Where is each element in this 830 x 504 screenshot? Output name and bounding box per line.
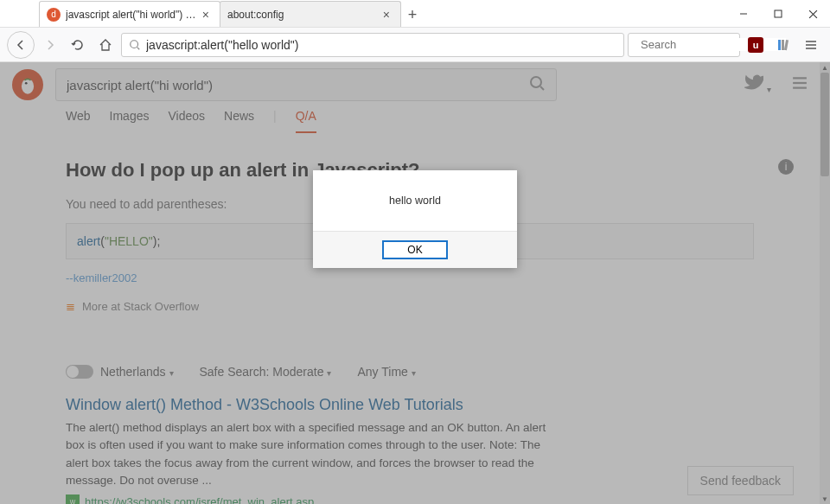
search-bar[interactable] — [628, 33, 740, 57]
duckduckgo-favicon: d — [47, 8, 61, 22]
modal-backdrop — [0, 62, 830, 504]
reload-button[interactable] — [66, 33, 90, 57]
url-bar[interactable] — [121, 33, 624, 57]
tab-strip: d javascript alert("hi world") at D × ab… — [0, 0, 830, 28]
browser-tab-active[interactable]: d javascript alert("hi world") at D × — [39, 1, 220, 27]
browser-tab[interactable]: about:config × — [220, 1, 401, 27]
alert-dialog: hello world OK — [313, 170, 517, 268]
search-icon — [129, 39, 141, 51]
tab-title: javascript alert("hi world") at D — [66, 9, 199, 21]
forward-button[interactable] — [38, 33, 62, 57]
back-button[interactable] — [7, 31, 35, 59]
new-tab-button[interactable]: + — [400, 3, 425, 27]
url-input[interactable] — [146, 38, 616, 52]
window-controls — [726, 0, 830, 28]
ublock-icon[interactable]: u — [744, 33, 768, 57]
close-window-button[interactable] — [795, 0, 830, 28]
minimize-button[interactable] — [726, 0, 761, 28]
menu-button[interactable] — [799, 33, 823, 57]
navigation-toolbar: u — [0, 28, 830, 62]
library-button[interactable] — [771, 33, 795, 57]
svg-line-5 — [137, 47, 140, 49]
svg-rect-8 — [778, 40, 781, 50]
ok-button[interactable]: OK — [382, 240, 448, 259]
home-button[interactable] — [93, 33, 118, 57]
svg-point-4 — [131, 40, 138, 48]
maximize-button[interactable] — [761, 0, 795, 28]
close-icon[interactable]: × — [380, 8, 393, 22]
svg-rect-10 — [784, 39, 788, 49]
svg-rect-1 — [775, 10, 782, 17]
close-icon[interactable]: × — [199, 8, 213, 22]
alert-message: hello world — [313, 170, 517, 231]
svg-rect-9 — [782, 40, 784, 50]
tab-title: about:config — [227, 9, 380, 21]
